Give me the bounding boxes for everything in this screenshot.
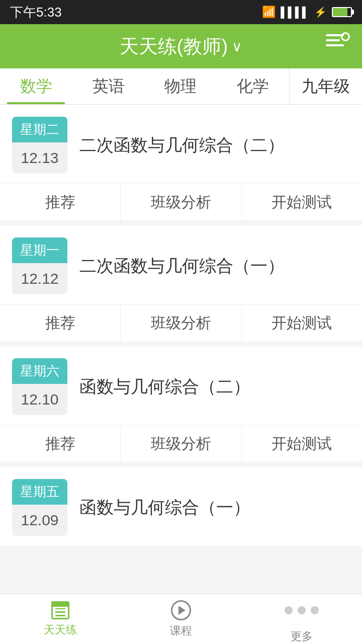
- bolt-icon: ⚡: [314, 6, 327, 18]
- search-circle-icon: [341, 32, 350, 41]
- status-icons: 📶 ▌▌▌▌ ⚡: [262, 6, 352, 19]
- nav-course[interactable]: 课程: [121, 594, 241, 644]
- start-test-btn-2[interactable]: 开始测试: [242, 426, 362, 462]
- class-analysis-btn-0[interactable]: 班级分析: [121, 184, 241, 220]
- recommend-btn-2[interactable]: 推荐: [0, 426, 121, 462]
- card-header-0: 星期二 12.13 二次函数与几何综合（二）: [0, 105, 362, 184]
- exercise-card-3: 星期五 12.09 函数与几何综合（一）: [0, 467, 362, 546]
- date-box-3: 星期五 12.09: [12, 479, 67, 536]
- wifi-icon: 📶: [262, 6, 276, 19]
- bottom-nav: 天天练 课程 更多: [0, 594, 362, 644]
- nav-course-label: 课程: [170, 623, 192, 638]
- card-header-1: 星期一 12.12 二次函数与几何综合（一）: [0, 225, 362, 304]
- status-bar: 下午5:33 📶 ▌▌▌▌ ⚡: [0, 0, 362, 24]
- app-title: 天天练(教师): [120, 34, 228, 59]
- course-nav-icon: [171, 600, 191, 620]
- subject-tabs: 数学 英语 物理 化学 九年级: [0, 68, 362, 105]
- card-title-1: 二次函数与几何综合（一）: [79, 254, 350, 278]
- card-actions-2: 推荐 班级分析 开始测试: [0, 425, 362, 462]
- exercise-card-0: 星期二 12.13 二次函数与几何综合（二） 推荐 班级分析 开始测试: [0, 105, 362, 220]
- card-title-2: 函数与几何综合（二）: [79, 375, 350, 399]
- nav-more[interactable]: 更多: [241, 594, 362, 644]
- exercise-card-1: 星期一 12.12 二次函数与几何综合（一） 推荐 班级分析 开始测试: [0, 225, 362, 341]
- weekday-0: 星期二: [12, 117, 67, 142]
- start-test-btn-1[interactable]: 开始测试: [242, 305, 362, 341]
- date-box-0: 星期二 12.13: [12, 117, 67, 174]
- tiantian-nav-icon: [51, 601, 69, 619]
- card-actions-0: 推荐 班级分析 开始测试: [0, 184, 362, 220]
- status-time: 下午5:33: [10, 4, 62, 21]
- signal-icon: ▌▌▌▌: [281, 7, 309, 18]
- tab-english[interactable]: 英语: [72, 68, 145, 104]
- weekday-2: 星期六: [12, 358, 67, 384]
- start-test-btn-0[interactable]: 开始测试: [242, 184, 362, 220]
- date-1: 12.12: [21, 263, 58, 294]
- exercise-list: 星期二 12.13 二次函数与几何综合（二） 推荐 班级分析 开始测试 星期一 …: [0, 105, 362, 601]
- tab-math[interactable]: 数学: [0, 68, 72, 104]
- class-analysis-btn-1[interactable]: 班级分析: [121, 305, 241, 341]
- card-title-0: 二次函数与几何综合（二）: [79, 133, 350, 157]
- card-title-3: 函数与几何综合（一）: [79, 496, 350, 520]
- battery-icon: [332, 7, 352, 17]
- date-3: 12.09: [21, 505, 58, 536]
- date-box-2: 星期六 12.10: [12, 358, 67, 415]
- tab-physics[interactable]: 物理: [145, 68, 217, 104]
- nav-tiantian[interactable]: 天天练: [0, 594, 121, 644]
- header: 天天练(教师) ∨: [0, 24, 362, 68]
- date-2: 12.10: [21, 384, 58, 415]
- nav-tiantian-label: 天天练: [44, 622, 77, 637]
- card-header-3: 星期五 12.09 函数与几何综合（一）: [0, 467, 362, 546]
- search-button[interactable]: [326, 34, 350, 58]
- card-header-2: 星期六 12.10 函数与几何综合（二）: [0, 346, 362, 425]
- more-nav-icon: [285, 594, 319, 626]
- date-box-1: 星期一 12.12: [12, 237, 67, 294]
- tab-grade[interactable]: 九年级: [289, 68, 362, 104]
- header-title-group[interactable]: 天天练(教师) ∨: [120, 34, 242, 59]
- weekday-1: 星期一: [12, 237, 67, 263]
- date-0: 12.13: [21, 142, 58, 174]
- class-analysis-btn-2[interactable]: 班级分析: [121, 426, 241, 462]
- card-actions-1: 推荐 班级分析 开始测试: [0, 304, 362, 341]
- nav-more-label: 更多: [291, 629, 313, 644]
- recommend-btn-1[interactable]: 推荐: [0, 305, 121, 341]
- dropdown-arrow: ∨: [232, 38, 242, 55]
- tab-chemistry[interactable]: 化学: [217, 68, 289, 104]
- recommend-btn-0[interactable]: 推荐: [0, 184, 121, 220]
- exercise-card-2: 星期六 12.10 函数与几何综合（二） 推荐 班级分析 开始测试: [0, 346, 362, 462]
- weekday-3: 星期五: [12, 479, 67, 505]
